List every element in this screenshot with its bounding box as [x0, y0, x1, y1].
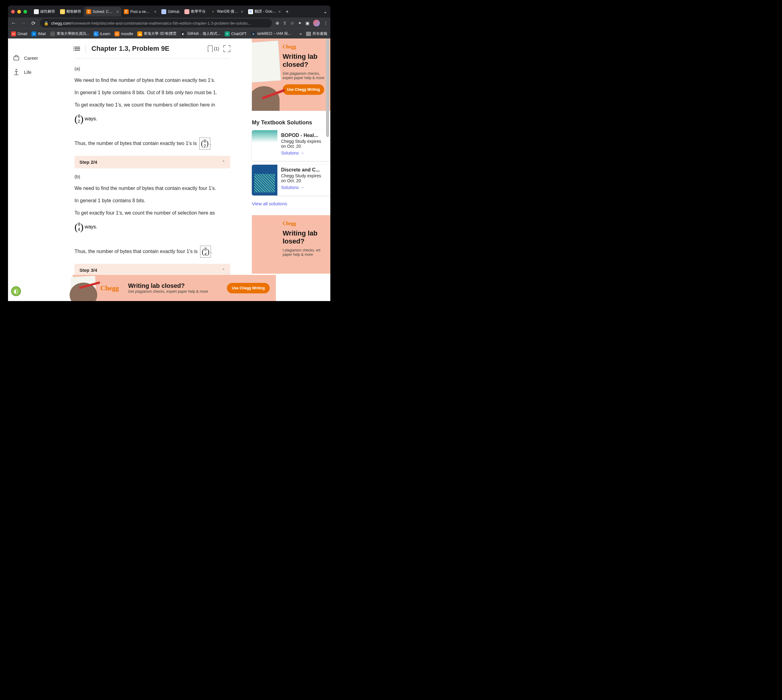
browser-tab[interactable]: CSolved: Chapte×: [84, 7, 121, 17]
textbook-card[interactable]: BOPOD - Heal... Chegg Study expires on O…: [252, 130, 330, 161]
browser-tab[interactable]: CPost a new que×: [121, 7, 159, 17]
solution-text: To get exactly four 1's, we count the nu…: [75, 209, 230, 217]
use-chegg-writing-button[interactable]: Use Chegg Writing: [227, 283, 270, 293]
tab-overflow-button[interactable]: ⌄: [323, 8, 327, 15]
solution-text: Thus, the number of bytes that contain e…: [75, 246, 230, 258]
browser-tab[interactable]: ○WanDB 搜尋方×: [208, 7, 246, 17]
step-header-2[interactable]: Step 2/4 ⌃: [75, 156, 230, 168]
bookmark-item[interactable]: ☁東海大學 3D 軟體雲: [137, 31, 177, 36]
book-cover: [252, 165, 277, 195]
scrollbar[interactable]: [326, 38, 330, 223]
tab-label: 離散解答: [67, 9, 81, 14]
close-tab-icon[interactable]: ×: [117, 9, 119, 14]
favicon: O: [32, 32, 36, 36]
profile-avatar[interactable]: [313, 20, 320, 27]
favicon: iL: [93, 32, 98, 36]
toc-icon[interactable]: [75, 47, 80, 50]
bookmark-label: iank8622 – IAM 與...: [257, 31, 291, 36]
bookmark-item[interactable]: mmoodle: [115, 31, 133, 36]
close-tab-icon[interactable]: ×: [278, 9, 281, 14]
close-window-button[interactable]: [11, 10, 15, 13]
forward-button[interactable]: →: [20, 20, 27, 26]
star-icon[interactable]: ☆: [290, 21, 294, 25]
close-tab-icon[interactable]: ×: [154, 9, 157, 14]
part-b-label: (b): [75, 174, 230, 179]
book-subtitle: Chegg Study expires on Oct. 20: [281, 139, 327, 149]
bookmark-label: GitHub．個人程式...: [187, 31, 220, 36]
browser-tab[interactable]: 離散解答: [58, 7, 84, 17]
right-column: Chegg Writing lab closed? Get plagiarism…: [246, 38, 330, 301]
all-bookmarks-label: 所有書籤: [312, 31, 327, 36]
favicon: C: [124, 9, 129, 14]
url-field[interactable]: 🔒 chegg.com/homework-help/discrete-and-c…: [40, 19, 272, 27]
reload-button[interactable]: ⟳: [30, 20, 36, 26]
textbooks-section-title: My Textbook Solutions: [252, 120, 330, 126]
bookmark-label: iLearn: [100, 32, 110, 36]
sidebar-item-career[interactable]: Career: [8, 51, 59, 65]
folder-icon: [306, 32, 311, 36]
favicon: M: [11, 32, 16, 36]
menu-icon[interactable]: ⋮: [323, 21, 328, 25]
back-button[interactable]: ←: [10, 20, 17, 26]
address-bar: ← → ⟳ 🔒 chegg.com/homework-help/discrete…: [8, 18, 330, 28]
solution-text: In general 1 byte contains 8 bits. Out o…: [75, 89, 230, 97]
ways-text: ways.: [85, 116, 97, 122]
bookmarks-more[interactable]: »: [300, 32, 302, 36]
extensions-icon[interactable]: ✦: [298, 21, 302, 25]
solutions-link[interactable]: Solutions →: [281, 150, 304, 155]
bookmark-item[interactable]: ✦ChatGPT: [225, 31, 247, 36]
browser-tab[interactable]: G翻譯 - Google 翻×: [246, 7, 283, 17]
tab-label: GitHub: [168, 10, 179, 14]
solutions-link[interactable]: Solutions →: [281, 185, 304, 190]
favicon: ⋯: [50, 32, 55, 36]
bookmark-item[interactable]: ⋯東海大學師生資訊...: [50, 31, 89, 36]
bookmark-icon[interactable]: [208, 45, 213, 52]
share-icon[interactable]: ⇧: [283, 21, 287, 25]
scrollbar-thumb[interactable]: [326, 38, 329, 137]
conclusion-text: Thus, the number of bytes that contain e…: [75, 141, 197, 146]
favicon: a: [251, 32, 256, 36]
page-content: Career Life Chapter 1.3, Problem 9E (1): [8, 38, 330, 301]
sidebar-item-life[interactable]: Life: [8, 65, 59, 79]
translate-icon[interactable]: ⊕: [275, 21, 279, 25]
fullscreen-icon[interactable]: [223, 45, 230, 52]
step-title: Step 2/4: [80, 160, 97, 165]
browser-tab[interactable]: GitHub: [159, 7, 182, 17]
book-title: Discrete and C...: [281, 167, 327, 173]
sidebar-ad[interactable]: Chegg Writing lab closed? Get plagiarism…: [252, 38, 330, 111]
maximize-window-button[interactable]: [23, 10, 27, 13]
bookmark-item[interactable]: ◐GitHub．個人程式...: [181, 31, 220, 36]
ways-text: ways.: [85, 224, 97, 230]
formula: (84) ways.: [75, 222, 97, 232]
chegg-logo: Chegg: [283, 44, 325, 50]
bookmark-item[interactable]: MGmail: [11, 31, 27, 36]
formula: (82) ways.: [75, 113, 97, 124]
browser-tab[interactable]: 線性解答: [32, 7, 58, 17]
bookmark-label: moodle: [121, 32, 133, 36]
use-chegg-writing-button[interactable]: Use Chegg Writing: [283, 84, 324, 95]
all-bookmarks-button[interactable]: 所有書籤: [306, 31, 327, 36]
new-tab-button[interactable]: +: [286, 9, 288, 15]
minimize-window-button[interactable]: [17, 10, 21, 13]
solution-text: To get exactly two 1's, we count the num…: [75, 101, 230, 109]
step-title: Step 3/4: [80, 268, 97, 273]
book-title: BOPOD - Heal...: [281, 133, 327, 138]
browser-tab[interactable]: 教學平台: [182, 7, 208, 17]
bookmark-label: ChatGPT: [231, 32, 247, 36]
sidebar-label: Life: [24, 70, 32, 75]
favicon: ◐: [181, 32, 186, 36]
sidebar-ad-2[interactable]: Chegg Writing lab losed? t plagiarism ch…: [252, 215, 330, 274]
tab-label: 教學平台: [191, 9, 206, 14]
bookmark-item[interactable]: iLiLearn: [93, 31, 110, 36]
view-all-solutions-link[interactable]: View all solutions: [252, 201, 287, 206]
url-path: /homework-help/discrete-and-combinatoria…: [71, 21, 251, 25]
plant-icon: [13, 68, 20, 75]
bottom-banner-ad[interactable]: Chegg Writing lab closed? Get plagiarism…: [73, 275, 276, 301]
close-tab-icon[interactable]: ×: [241, 9, 243, 14]
sidepanel-icon[interactable]: ▣: [305, 21, 309, 25]
bookmark-item[interactable]: OtMail: [32, 31, 45, 36]
textbook-card[interactable]: Discrete and C... Chegg Study expires on…: [252, 165, 330, 195]
bookmark-item[interactable]: aiank8622 – IAM 與...: [251, 31, 291, 36]
cookie-settings-button[interactable]: ◐: [11, 286, 21, 296]
briefcase-icon: [13, 55, 20, 61]
